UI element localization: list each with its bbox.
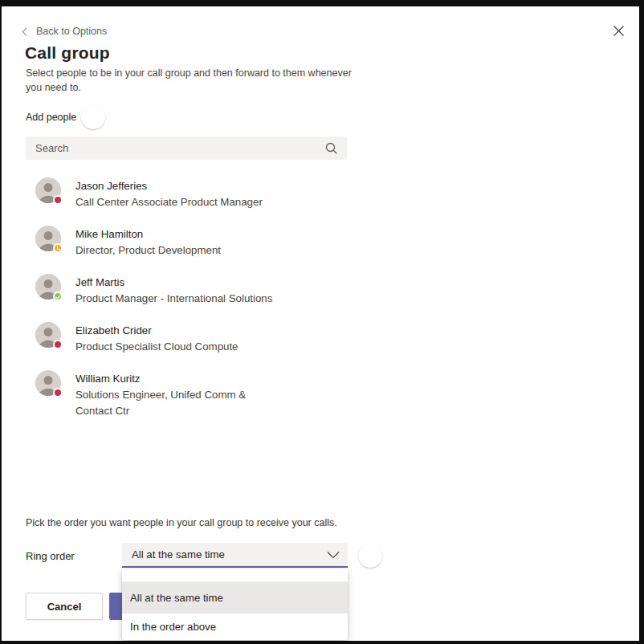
ring-order-menu-item[interactable]: All at the same time — [122, 582, 348, 613]
presence-badge — [53, 243, 63, 253]
person-job-title: Product Manager - International Solution… — [75, 291, 272, 307]
close-icon[interactable] — [610, 24, 626, 40]
people-list: Jason Jefferies Call Center Associate Pr… — [35, 177, 340, 418]
back-to-options-link[interactable]: Back to Options — [23, 26, 107, 37]
ring-order-selected-value: All at the same time — [132, 548, 225, 560]
person-row[interactable]: Jeff Martis Product Manager - Internatio… — [35, 274, 340, 300]
person-name: Jeff Martis — [75, 275, 272, 291]
page-subtitle: Select people to be in your call group a… — [26, 67, 357, 95]
page-title: Call group — [25, 43, 110, 63]
menu-spacer — [122, 569, 348, 582]
person-job-title: Solutions Engineer, Unifed Comm & Contac… — [75, 387, 246, 419]
ring-order-menu: All at the same time In the order above — [122, 569, 348, 640]
ring-order-dropdown[interactable]: All at the same time — [122, 543, 348, 568]
person-name: William Kuritz — [75, 371, 246, 387]
person-job-title: Director, Product Development — [75, 243, 221, 259]
person-job-title: Call Center Associate Product Manager — [75, 194, 263, 210]
person-name: Mike Hamilton — [75, 226, 221, 243]
add-people-label: Add people — [26, 112, 76, 123]
annotation-step-1-badge: 1 — [81, 105, 105, 129]
person-row[interactable]: Elizabeth Crider Product Specialist Clou… — [35, 322, 340, 348]
window-frame: Back to Options Call group Select people… — [0, 0, 644, 644]
person-row[interactable]: Jason Jefferies Call Center Associate Pr… — [35, 177, 340, 203]
person-row[interactable]: William Kuritz Solutions Engineer, Unife… — [35, 370, 340, 396]
avatar — [35, 322, 61, 348]
ring-order-menu-item[interactable]: In the order above — [122, 613, 348, 640]
presence-badge — [53, 291, 63, 301]
avatar — [35, 370, 61, 396]
chevron-down-icon — [327, 551, 340, 559]
avatar — [35, 274, 61, 300]
search-input[interactable] — [26, 137, 325, 160]
person-job-title: Product Specialist Cloud Compute — [75, 339, 238, 355]
person-name: Elizabeth Crider — [75, 323, 238, 339]
ring-order-description: Pick the order you want people in your c… — [26, 517, 337, 528]
avatar — [35, 177, 61, 203]
presence-badge — [53, 340, 63, 349]
search-box — [26, 137, 347, 160]
chevron-left-icon — [22, 27, 31, 35]
back-label: Back to Options — [36, 26, 107, 37]
presence-badge — [53, 195, 63, 205]
avatar — [35, 226, 61, 251]
search-icon[interactable] — [325, 142, 338, 155]
person-row[interactable]: Mike Hamilton Director, Product Developm… — [35, 226, 340, 251]
annotation-step-2-badge: 2 — [358, 544, 382, 568]
person-name: Jason Jefferies — [75, 178, 263, 194]
cancel-button[interactable]: Cancel — [26, 593, 103, 620]
presence-badge — [53, 388, 63, 397]
ring-order-label: Ring order — [26, 550, 75, 562]
